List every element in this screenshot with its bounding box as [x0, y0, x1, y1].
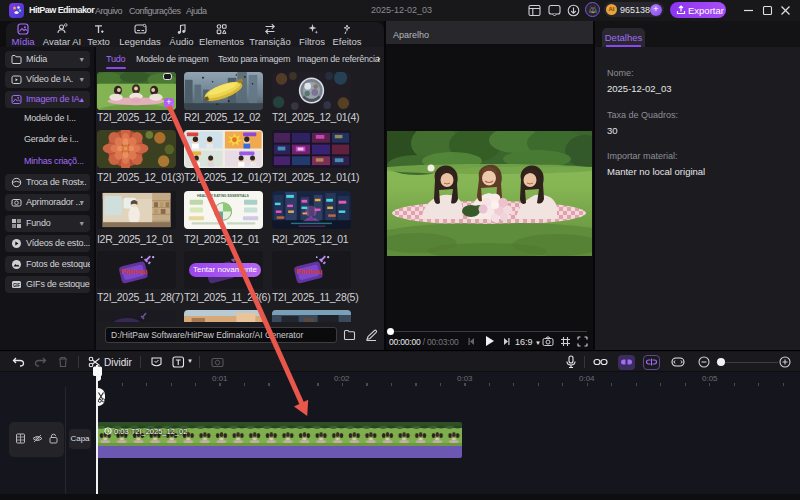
- svg-text:HEALTHY EATING ESSENTIALS: HEALTHY EATING ESSENTIALS: [197, 194, 249, 198]
- svg-text:Falhou: Falhou: [296, 267, 323, 276]
- svg-text:GIF: GIF: [13, 283, 20, 288]
- svg-text:Falhou: Falhou: [121, 267, 148, 276]
